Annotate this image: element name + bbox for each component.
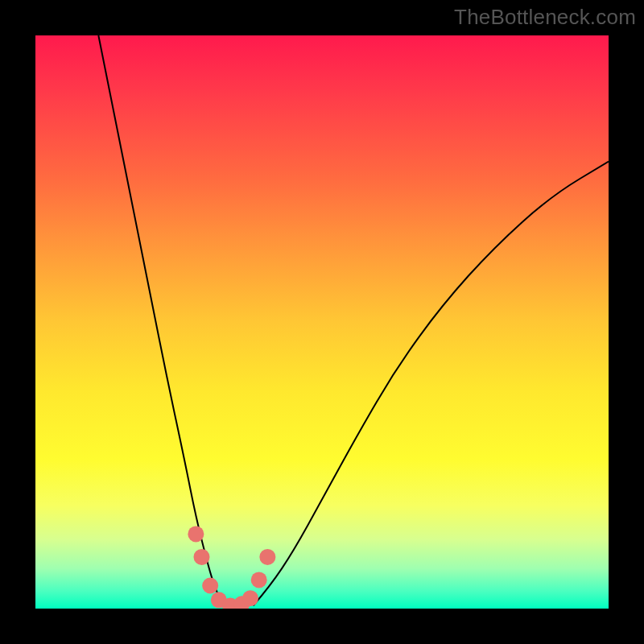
trough-marker	[193, 549, 209, 565]
trough-marker	[188, 526, 204, 542]
series-right-curve	[254, 162, 609, 606]
watermark-text: TheBottleneck.com	[454, 5, 636, 30]
trough-markers-group	[188, 526, 275, 609]
trough-marker	[233, 596, 250, 609]
trough-marker	[211, 592, 227, 608]
series-left-curve	[98, 35, 225, 605]
trough-marker	[222, 597, 238, 609]
trough-marker	[259, 549, 275, 565]
plot-area	[35, 35, 609, 609]
chart-frame: TheBottleneck.com	[0, 0, 644, 644]
chart-svg	[35, 35, 609, 609]
trough-marker	[242, 590, 258, 606]
left-curve-path	[98, 35, 225, 605]
trough-marker	[251, 572, 267, 588]
right-curve-path	[254, 162, 609, 606]
trough-marker	[202, 578, 218, 594]
